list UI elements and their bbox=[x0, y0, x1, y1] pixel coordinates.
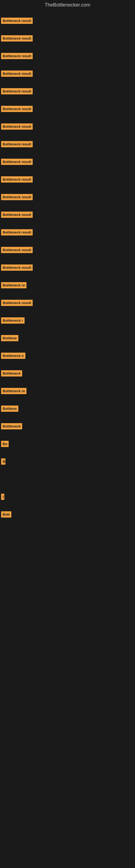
bottleneck-badge: Bott bbox=[1, 511, 11, 518]
bottleneck-badge: B bbox=[1, 458, 5, 465]
list-item: i bbox=[0, 491, 135, 506]
bottleneck-badge: Bottleneck re bbox=[1, 388, 27, 394]
list-item: Bottleneck result bbox=[0, 262, 135, 277]
bottleneck-badge: Bottleneck result bbox=[1, 53, 33, 59]
list-item: B bbox=[0, 456, 135, 471]
bottleneck-badge: Bottleneck result bbox=[1, 247, 33, 253]
list-item: Bottleneck result bbox=[0, 15, 135, 30]
bottleneck-badge: Bottleneck result bbox=[1, 70, 33, 77]
bottleneck-badge: Bottleneck result bbox=[1, 194, 33, 200]
list-item: Bottlene bbox=[0, 403, 135, 418]
list-item: Bottleneck result bbox=[0, 33, 135, 48]
bottleneck-badge: i bbox=[1, 494, 4, 500]
list-item: Bottleneck result bbox=[0, 226, 135, 241]
bottleneck-badge: Bottleneck result bbox=[1, 35, 33, 41]
bottleneck-badge: Bottleneck result bbox=[1, 176, 33, 183]
bottleneck-badge: Bottleneck result bbox=[1, 123, 33, 130]
list-item: Bott bbox=[0, 508, 135, 524]
list-item: Bottleneck result bbox=[0, 156, 135, 171]
list-item: Bottleneck result bbox=[0, 138, 135, 153]
bottleneck-badge: Bottleneck result bbox=[1, 88, 33, 94]
list-item: Bottlene bbox=[0, 332, 135, 347]
bottleneck-badge: Bottleneck bbox=[1, 370, 22, 376]
site-title: TheBottlenecker.com bbox=[0, 0, 135, 10]
bottleneck-badge: Bottleneck r bbox=[1, 317, 25, 323]
list-item: Bo bbox=[0, 438, 135, 453]
list-item: Bottleneck result bbox=[0, 297, 135, 312]
list-item: Bottleneck bbox=[0, 368, 135, 382]
bottleneck-badge: Bo bbox=[1, 441, 9, 447]
list-item: Bottleneck result bbox=[0, 121, 135, 135]
bottleneck-badge: Bottleneck result bbox=[1, 106, 33, 112]
list-item: Bottleneck re bbox=[0, 279, 135, 294]
bottleneck-badge: Bottleneck result bbox=[1, 265, 33, 271]
list-item: Bottleneck result bbox=[0, 174, 135, 188]
list-item: Bottleneck result bbox=[0, 50, 135, 65]
bottleneck-badge: Bottleneck result bbox=[1, 159, 33, 165]
list-item: Bottleneck result bbox=[0, 68, 135, 83]
list-item: Bottleneck re bbox=[0, 385, 135, 400]
bottleneck-badge: Bottleneck result bbox=[1, 229, 33, 236]
list-item: Bottleneck n bbox=[0, 350, 135, 365]
bottleneck-badge: Bottleneck result bbox=[1, 212, 33, 218]
bottleneck-badge: Bottleneck result bbox=[1, 141, 33, 147]
list-item: Bottleneck result bbox=[0, 103, 135, 118]
list-item: Bottleneck result bbox=[0, 191, 135, 206]
list-item: Bottleneck result bbox=[0, 244, 135, 259]
bottleneck-badge: Bottlene bbox=[1, 335, 18, 341]
bottleneck-badge: Bottleneck n bbox=[1, 352, 26, 359]
bottleneck-badge: Bottleneck result bbox=[1, 300, 33, 306]
list-item: Bottleneck result bbox=[0, 86, 135, 100]
bottleneck-badge: Bottleneck bbox=[1, 423, 22, 429]
bottleneck-badge: Bottleneck re bbox=[1, 282, 27, 288]
bottleneck-badge: Bottleneck result bbox=[1, 18, 33, 24]
bottleneck-badge: Bottlene bbox=[1, 405, 18, 412]
list-item: Bottleneck r bbox=[0, 315, 135, 330]
list-item: Bottleneck bbox=[0, 421, 135, 435]
list-item: Bottleneck result bbox=[0, 209, 135, 224]
